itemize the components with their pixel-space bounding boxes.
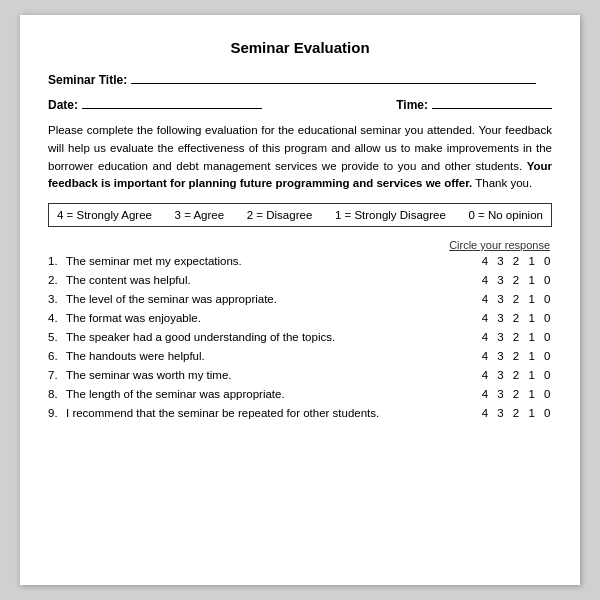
score-options-8[interactable]: 43210 (480, 388, 552, 400)
question-row-9: 9.I recommend that the seminar be repeat… (48, 407, 552, 419)
score-options-9[interactable]: 43210 (480, 407, 552, 419)
score-0-q4[interactable]: 0 (542, 312, 552, 324)
score-options-5[interactable]: 43210 (480, 331, 552, 343)
question-num-5: 5. (48, 331, 66, 343)
score-2-q6[interactable]: 2 (511, 350, 521, 362)
score-0-q1[interactable]: 0 (542, 255, 552, 267)
question-num-8: 8. (48, 388, 66, 400)
score-4-q8[interactable]: 4 (480, 388, 490, 400)
date-section: Date: (48, 95, 396, 112)
scale-item-3: 3 = Agree (175, 209, 225, 221)
score-1-q9[interactable]: 1 (527, 407, 537, 419)
question-row-5: 5.The speaker had a good understanding o… (48, 331, 552, 343)
score-0-q9[interactable]: 0 (542, 407, 552, 419)
score-0-q5[interactable]: 0 (542, 331, 552, 343)
score-2-q5[interactable]: 2 (511, 331, 521, 343)
score-options-1[interactable]: 43210 (480, 255, 552, 267)
question-text-1: The seminar met my expectations. (66, 255, 472, 267)
score-options-3[interactable]: 43210 (480, 293, 552, 305)
score-1-q1[interactable]: 1 (527, 255, 537, 267)
scale-item-2: 2 = Disagree (247, 209, 313, 221)
date-time-row: Date: Time: (48, 95, 552, 112)
score-3-q9[interactable]: 3 (496, 407, 506, 419)
score-1-q5[interactable]: 1 (527, 331, 537, 343)
score-4-q2[interactable]: 4 (480, 274, 490, 286)
description-text: Please complete the following evaluation… (48, 122, 552, 193)
evaluation-form: Seminar Evaluation Seminar Title: Date: … (20, 15, 580, 585)
question-text-8: The length of the seminar was appropriat… (66, 388, 472, 400)
score-1-q2[interactable]: 1 (527, 274, 537, 286)
scale-item-1: 1 = Strongly Disagree (335, 209, 446, 221)
question-row-3: 3.The level of the seminar was appropria… (48, 293, 552, 305)
date-field[interactable] (82, 95, 262, 109)
question-num-6: 6. (48, 350, 66, 362)
score-3-q3[interactable]: 3 (496, 293, 506, 305)
question-text-6: The handouts were helpful. (66, 350, 472, 362)
score-3-q8[interactable]: 3 (496, 388, 506, 400)
score-2-q9[interactable]: 2 (511, 407, 521, 419)
score-3-q2[interactable]: 3 (496, 274, 506, 286)
description-part2: Thank you. (472, 177, 532, 189)
score-0-q7[interactable]: 0 (542, 369, 552, 381)
question-row-2: 2.The content was helpful.43210 (48, 274, 552, 286)
question-num-9: 9. (48, 407, 66, 419)
question-text-3: The level of the seminar was appropriate… (66, 293, 472, 305)
score-2-q7[interactable]: 2 (511, 369, 521, 381)
score-options-4[interactable]: 43210 (480, 312, 552, 324)
score-2-q4[interactable]: 2 (511, 312, 521, 324)
time-section: Time: (396, 95, 552, 112)
score-options-6[interactable]: 43210 (480, 350, 552, 362)
score-1-q3[interactable]: 1 (527, 293, 537, 305)
score-0-q2[interactable]: 0 (542, 274, 552, 286)
question-text-9: I recommend that the seminar be repeated… (66, 407, 472, 419)
score-2-q8[interactable]: 2 (511, 388, 521, 400)
score-4-q5[interactable]: 4 (480, 331, 490, 343)
score-3-q1[interactable]: 3 (496, 255, 506, 267)
seminar-title-field[interactable] (131, 70, 536, 84)
time-field[interactable] (432, 95, 552, 109)
time-label: Time: (396, 98, 428, 112)
question-text-4: The format was enjoyable. (66, 312, 472, 324)
score-1-q6[interactable]: 1 (527, 350, 537, 362)
date-label: Date: (48, 98, 78, 112)
score-2-q3[interactable]: 2 (511, 293, 521, 305)
scale-item-0: 0 = No opinion (468, 209, 543, 221)
questions-list: 1.The seminar met my expectations.432102… (48, 255, 552, 419)
score-4-q7[interactable]: 4 (480, 369, 490, 381)
score-2-q1[interactable]: 2 (511, 255, 521, 267)
scale-item-4: 4 = Strongly Agree (57, 209, 152, 221)
score-options-2[interactable]: 43210 (480, 274, 552, 286)
score-options-7[interactable]: 43210 (480, 369, 552, 381)
score-4-q6[interactable]: 4 (480, 350, 490, 362)
question-num-1: 1. (48, 255, 66, 267)
score-3-q6[interactable]: 3 (496, 350, 506, 362)
score-2-q2[interactable]: 2 (511, 274, 521, 286)
score-0-q6[interactable]: 0 (542, 350, 552, 362)
score-1-q7[interactable]: 1 (527, 369, 537, 381)
seminar-title-label: Seminar Title: (48, 73, 127, 87)
question-num-7: 7. (48, 369, 66, 381)
score-3-q4[interactable]: 3 (496, 312, 506, 324)
score-0-q3[interactable]: 0 (542, 293, 552, 305)
question-row-4: 4.The format was enjoyable.43210 (48, 312, 552, 324)
score-3-q7[interactable]: 3 (496, 369, 506, 381)
question-num-3: 3. (48, 293, 66, 305)
circle-header: Circle your response (48, 239, 552, 251)
score-3-q5[interactable]: 3 (496, 331, 506, 343)
score-4-q3[interactable]: 4 (480, 293, 490, 305)
question-text-2: The content was helpful. (66, 274, 472, 286)
score-4-q9[interactable]: 4 (480, 407, 490, 419)
score-1-q8[interactable]: 1 (527, 388, 537, 400)
description-part1: Please complete the following evaluation… (48, 124, 552, 172)
scale-legend: 4 = Strongly Agree 3 = Agree 2 = Disagre… (48, 203, 552, 227)
question-row-6: 6.The handouts were helpful.43210 (48, 350, 552, 362)
question-row-7: 7.The seminar was worth my time.43210 (48, 369, 552, 381)
question-text-7: The seminar was worth my time. (66, 369, 472, 381)
score-4-q4[interactable]: 4 (480, 312, 490, 324)
page-title: Seminar Evaluation (48, 39, 552, 56)
question-row-8: 8.The length of the seminar was appropri… (48, 388, 552, 400)
score-0-q8[interactable]: 0 (542, 388, 552, 400)
score-1-q4[interactable]: 1 (527, 312, 537, 324)
score-4-q1[interactable]: 4 (480, 255, 490, 267)
question-num-4: 4. (48, 312, 66, 324)
